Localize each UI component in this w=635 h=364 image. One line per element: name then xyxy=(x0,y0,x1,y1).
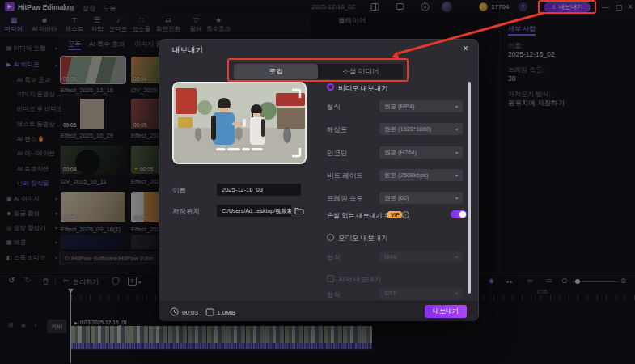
dialog-export-button[interactable]: 내보내기 xyxy=(425,305,467,318)
dialog-footer: 00:03 1.0MB 내보내기 xyxy=(159,301,478,321)
chevron-down-icon: ▾ xyxy=(455,126,458,132)
video-export-radio[interactable] xyxy=(327,83,334,91)
dialog-title: 내보내기 xyxy=(172,45,203,56)
lossless-label: 손실 없는 내보내기 우선 xyxy=(327,211,397,220)
encoding-dropdown[interactable]: 원본 (H264)▾ xyxy=(379,146,463,159)
subtitle-export-label: 자막 내보내기 xyxy=(338,275,381,285)
audio-format-dropdown: M4A▾ xyxy=(379,251,463,263)
folder-open-icon[interactable] xyxy=(294,206,304,215)
srt-format-label: 형식 xyxy=(327,290,341,300)
resolution-dropdown[interactable]: 원본 (1920*1080)▾ xyxy=(379,123,463,135)
audio-export-radio[interactable] xyxy=(327,234,334,241)
lossless-toggle[interactable] xyxy=(451,210,467,218)
bitrate-label: 비트 레이트 xyxy=(327,171,363,181)
vip-badge: VIP xyxy=(387,211,402,218)
dialog-close-icon[interactable]: × xyxy=(463,43,468,54)
chevron-down-icon: ▾ xyxy=(455,290,458,296)
audio-format-label: 형식 xyxy=(327,253,341,263)
storage-icon xyxy=(205,307,214,316)
chevron-down-icon: ▾ xyxy=(455,104,458,109)
info-icon[interactable]: i xyxy=(402,211,409,218)
audio-export-label: 오디오 내보내기 xyxy=(338,234,388,243)
export-duration: 00:03 xyxy=(182,309,198,316)
format-dropdown[interactable]: 원본 (MP4)▾ xyxy=(379,100,463,112)
tab-local[interactable]: 로컬 xyxy=(234,64,318,79)
street-interview-scene xyxy=(174,83,305,163)
encoding-label: 인코딩 xyxy=(327,149,348,159)
video-preview xyxy=(172,82,307,164)
name-input[interactable]: 2025-12-16_03 xyxy=(217,184,301,196)
save-path-input[interactable]: C:/Users/Ad...esktop/视频素材 xyxy=(217,205,291,217)
app-window: ▶ HitPaw Edimakor 파일 설정 도움 2025-12-16_02… xyxy=(0,0,635,364)
chevron-down-icon: ▾ xyxy=(455,254,458,260)
clock-icon xyxy=(170,307,179,316)
export-filesize: 1.0MB xyxy=(217,309,235,316)
chevron-down-icon: ▾ xyxy=(455,172,458,178)
path-label: 저장위치 xyxy=(172,207,200,217)
video-export-label: 비디오 내보내기 xyxy=(338,84,388,94)
bitrate-dropdown[interactable]: 원본 (2508kbps)▾ xyxy=(379,169,463,181)
chevron-down-icon: ▾ xyxy=(455,150,458,155)
export-tabs: 로컬 소셜 미디어 xyxy=(234,64,403,79)
dialog-scrollbar[interactable] xyxy=(468,82,471,294)
subtitle-export-checkbox xyxy=(327,275,334,282)
framerate-dropdown[interactable]: 원본 (60)▾ xyxy=(379,192,463,204)
framerate-label: 프레임 속도 xyxy=(327,194,363,204)
tab-social-media[interactable]: 소셜 미디어 xyxy=(318,64,403,79)
name-label: 이름 xyxy=(172,186,186,196)
format-label: 형식 xyxy=(327,103,341,112)
resolution-label: 해상도 xyxy=(327,125,348,135)
chevron-down-icon: ▾ xyxy=(455,195,458,201)
export-dialog: 내보내기 × 로컬 소셜 미디어 xyxy=(159,39,479,321)
srt-format-dropdown: SRT▾ xyxy=(379,287,463,299)
